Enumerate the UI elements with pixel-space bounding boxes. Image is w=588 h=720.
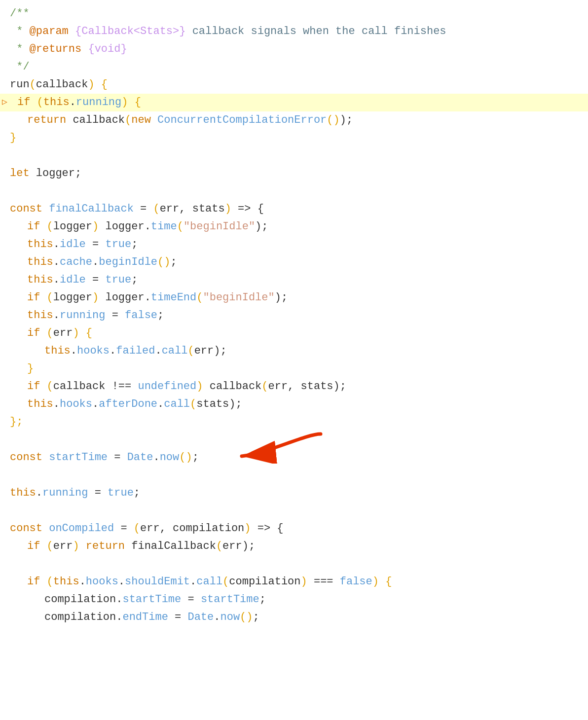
code-line: /** — [0, 5, 588, 23]
code-line — [0, 467, 588, 484]
code-line: this.idle = true; — [0, 271, 588, 289]
token-c-comment: /** — [10, 5, 30, 22]
token-c-param: err — [222, 538, 242, 555]
token-c-notequal: !== — [105, 378, 138, 395]
token-c-comment: */ — [10, 59, 30, 75]
code-line — [0, 502, 588, 520]
token-c-method: now — [160, 449, 180, 466]
code-line — [0, 555, 588, 573]
token-c-semicolon: ); — [242, 538, 255, 555]
code-line: this.hooks.failed.call(err); — [0, 342, 588, 360]
token-c-method: beginIdle — [99, 254, 157, 271]
token-c-param: compilation — [229, 574, 300, 590]
token-c-operator: . — [145, 218, 151, 235]
code-line: if (this.hooks.shouldEmit.call(compilati… — [0, 573, 588, 591]
token-c-operator: . — [118, 574, 125, 590]
token-c-brace: }; — [10, 414, 23, 431]
token-c-keyword: return — [27, 112, 66, 129]
token-c-semicolon: ); — [229, 396, 242, 413]
token-c-operator: . — [153, 449, 159, 466]
token-c-comment: * — [10, 41, 30, 58]
token-c-brace: } — [10, 130, 16, 146]
token-c-string: "beginIdle" — [184, 218, 255, 235]
token-c-property: running — [60, 307, 105, 324]
token-c-operator: = — [86, 272, 106, 288]
token-c-function: callback — [66, 112, 125, 129]
token-c-keyword: if — [27, 289, 40, 306]
token-c-operator: . — [214, 609, 220, 626]
token-c-property: afterDone — [99, 396, 157, 413]
token-c-const: const — [10, 449, 42, 466]
token-c-paren: ) — [225, 201, 231, 217]
token-c-arrow: => { — [231, 201, 264, 217]
token-c-property: running — [42, 485, 88, 502]
token-c-paren: ( — [125, 112, 131, 129]
code-line: this.running = true; — [0, 484, 588, 502]
token-c-operator: = — [108, 449, 127, 466]
token-c-method: time — [151, 218, 177, 235]
token-c-varname: onCompiled — [42, 520, 114, 537]
code-line: return callback(new ConcurrentCompilatio… — [0, 111, 588, 129]
token-c-operator: . — [53, 272, 60, 288]
token-c-this: this — [27, 272, 53, 288]
token-c-returns-tag: @returns — [30, 41, 82, 58]
token-c-operator: . — [92, 396, 99, 413]
token-c-paren: ( — [187, 343, 194, 360]
token-c-brace: { — [128, 94, 141, 111]
token-c-method: call — [164, 396, 190, 413]
token-c-class: Date — [127, 449, 153, 466]
token-c-false: false — [125, 307, 157, 324]
token-c-function: callback — [203, 378, 261, 395]
token-c-type: {Callback<Stats>} — [75, 23, 185, 40]
token-c-function: finalCallback — [125, 538, 216, 555]
token-c-property: startTime — [122, 591, 181, 608]
token-c-method: call — [162, 343, 188, 360]
token-c-keyword: if — [27, 218, 40, 235]
token-c-operator: = — [134, 201, 153, 217]
token-c-param: compilation — [44, 609, 116, 626]
token-c-this: this — [27, 307, 53, 324]
code-line: if (err) { — [0, 324, 588, 342]
code-line: } — [0, 360, 588, 378]
token-c-const: const — [10, 520, 42, 537]
token-c-paren: ) — [121, 94, 128, 111]
token-c-property: hooks — [77, 343, 110, 360]
token-c-property: hooks — [60, 396, 92, 413]
code-line: this.running = false; — [0, 307, 588, 324]
token-c-semicolon: ; — [157, 307, 164, 324]
token-c-paren: ( — [190, 396, 196, 413]
token-c-operator: . — [145, 289, 151, 306]
token-c-param: compilation — [44, 591, 116, 608]
token-c-operator: . — [53, 236, 60, 253]
token-c-paren: ( — [40, 289, 53, 306]
code-line: */ — [0, 58, 588, 76]
token-c-this: this — [53, 574, 79, 590]
token-c-paren: ( — [30, 76, 36, 93]
token-c-param: err, compilation — [140, 520, 244, 537]
token-c-operator: . — [190, 574, 196, 590]
code-line: const onCompiled = (err, compilation) =>… — [0, 520, 588, 538]
code-line: if (callback !== undefined) callback(err… — [0, 378, 588, 396]
token-c-operator: . — [110, 343, 116, 360]
token-c-this: this — [43, 94, 70, 111]
token-c-comment: * — [10, 23, 30, 40]
token-c-paren: ( — [40, 574, 53, 590]
token-c-logvar: logger — [53, 218, 92, 235]
token-c-paren: ( — [134, 520, 140, 537]
token-c-semicolon: ); — [275, 289, 288, 306]
token-c-param: err — [53, 538, 73, 555]
token-c-logvar: logger — [53, 289, 92, 306]
token-c-this: this — [27, 236, 53, 253]
code-editor: /** * @param {Callback<Stats>} callback … — [0, 0, 588, 720]
token-c-operator: . — [155, 343, 161, 360]
code-line: } — [0, 129, 588, 147]
token-c-arrow: => { — [251, 520, 284, 537]
token-c-paren: ) — [244, 520, 251, 537]
token-c-paren: ( — [261, 378, 268, 395]
token-c-keyword: if — [27, 325, 40, 342]
code-line: const startTime = Date.now(); — [0, 449, 588, 467]
token-c-brace: { — [79, 325, 92, 342]
token-c-operator: = — [168, 609, 188, 626]
token-c-varname: finalCallback — [42, 201, 134, 217]
token-c-operator: = — [114, 520, 134, 537]
